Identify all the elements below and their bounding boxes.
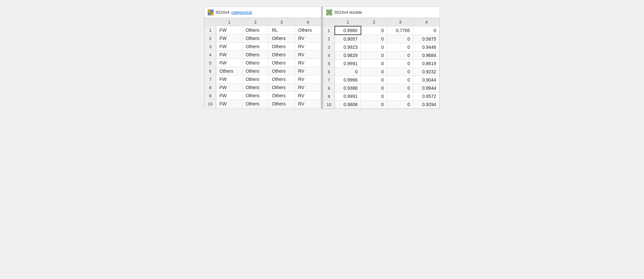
left-cell-1[interactable]: FW <box>216 34 242 43</box>
right-row-num: 2 <box>323 35 335 43</box>
right-cell-1[interactable]: 0.9923 <box>335 43 361 51</box>
right-panel: 3024x4 double 1 2 3 4 1 0.9960 0 0.7765 … <box>323 7 440 109</box>
double-icon <box>326 9 332 15</box>
left-cell-2[interactable]: Others <box>242 75 269 84</box>
left-table-row: 4 FW Others Others RV <box>204 51 321 59</box>
right-cell-2[interactable]: 0 <box>361 43 387 51</box>
left-cell-3[interactable]: Others <box>269 34 295 43</box>
left-row-num: 5 <box>204 59 216 67</box>
right-cell-3[interactable]: 0 <box>387 84 413 92</box>
left-cell-2[interactable]: Others <box>242 51 269 59</box>
right-cell-1[interactable]: 0.9808 <box>335 101 361 109</box>
left-cell-3[interactable]: Others <box>269 67 295 75</box>
right-cell-3[interactable]: 0 <box>387 60 413 68</box>
right-cell-2[interactable]: 0 <box>361 84 387 92</box>
left-cell-1[interactable]: FW <box>216 59 242 67</box>
left-cell-1[interactable]: FW <box>216 51 242 59</box>
right-cell-1[interactable]: 0.9386 <box>335 84 361 92</box>
left-cell-2[interactable]: Others <box>242 100 269 108</box>
right-cell-2[interactable]: 0 <box>361 68 387 76</box>
right-cell-1[interactable]: 0.9991 <box>335 60 361 68</box>
right-cell-3[interactable]: 0 <box>387 76 413 84</box>
left-cell-3[interactable]: Others <box>269 92 295 100</box>
right-cell-2[interactable]: 0 <box>361 51 387 60</box>
right-col-header-4: 4 <box>413 18 440 27</box>
right-row-num: 9 <box>323 92 335 101</box>
left-cell-4[interactable]: RV <box>295 75 321 84</box>
right-cell-2[interactable]: 0 <box>361 101 387 109</box>
left-cell-2[interactable]: Others <box>242 84 269 92</box>
left-cell-4[interactable]: RV <box>295 84 321 92</box>
right-cell-1[interactable]: 0.9991 <box>335 92 361 101</box>
left-cell-4[interactable]: Others <box>295 26 321 34</box>
left-cell-1[interactable]: FW <box>216 100 242 108</box>
right-cell-4[interactable]: 0 <box>413 26 440 35</box>
right-cell-3[interactable]: 0 <box>387 68 413 76</box>
right-cell-4[interactable]: 0.9572 <box>413 92 440 101</box>
left-cell-2[interactable]: Others <box>242 67 269 75</box>
right-cell-2[interactable]: 0 <box>361 26 387 35</box>
right-cell-4[interactable]: 0.9944 <box>413 84 440 92</box>
right-cell-1[interactable]: 0.9966 <box>335 76 361 84</box>
left-cell-4[interactable]: RV <box>295 92 321 100</box>
right-cell-1[interactable]: 0.9829 <box>335 51 361 60</box>
left-cell-1[interactable]: Others <box>216 67 242 75</box>
right-cell-2[interactable]: 0 <box>361 76 387 84</box>
right-cell-1[interactable]: 0.9960 <box>335 26 361 35</box>
right-row-num: 8 <box>323 84 335 92</box>
left-cell-1[interactable]: FW <box>216 43 242 51</box>
left-cell-3[interactable]: Others <box>269 43 295 51</box>
left-cell-2[interactable]: Others <box>242 92 269 100</box>
right-cell-1[interactable]: 0.9057 <box>335 35 361 43</box>
left-cell-2[interactable]: Others <box>242 34 269 43</box>
right-cell-2[interactable]: 0 <box>361 92 387 101</box>
left-row-num: 8 <box>204 84 216 92</box>
left-panel-link[interactable]: categorical <box>231 10 252 15</box>
left-cell-3[interactable]: Others <box>269 84 295 92</box>
left-cell-4[interactable]: RV <box>295 59 321 67</box>
left-table-row: 2 FW Others Others RV <box>204 34 321 43</box>
left-cell-3[interactable]: Others <box>269 75 295 84</box>
right-cell-4[interactable]: 0.9684 <box>413 51 440 60</box>
left-cell-4[interactable]: RV <box>295 34 321 43</box>
left-cell-4[interactable]: RV <box>295 43 321 51</box>
left-col-header-2: 2 <box>242 18 269 26</box>
svg-rect-14 <box>330 9 332 11</box>
right-row-num: 6 <box>323 68 335 76</box>
right-cell-3[interactable]: 0 <box>387 51 413 60</box>
right-table-row: 4 0.9829 0 0 0.9684 <box>323 51 440 60</box>
right-cell-4[interactable]: 0.8619 <box>413 60 440 68</box>
left-cell-1[interactable]: FW <box>216 92 242 100</box>
left-cell-1[interactable]: FW <box>216 26 242 34</box>
left-cell-4[interactable]: RV <box>295 67 321 75</box>
right-cell-3[interactable]: 0 <box>387 43 413 51</box>
left-cell-4[interactable]: RV <box>295 100 321 108</box>
left-cell-2[interactable]: Others <box>242 26 269 34</box>
right-cell-3[interactable]: 0 <box>387 92 413 101</box>
right-cell-3[interactable]: 0 <box>387 35 413 43</box>
right-cell-4[interactable]: 0.9232 <box>413 68 440 76</box>
svg-rect-15 <box>328 11 330 13</box>
left-cell-2[interactable]: Others <box>242 59 269 67</box>
left-cell-1[interactable]: FW <box>216 84 242 92</box>
right-cell-4[interactable]: 0.9446 <box>413 43 440 51</box>
left-cell-3[interactable]: Others <box>269 59 295 67</box>
left-row-num: 3 <box>204 43 216 51</box>
right-cell-4[interactable]: 0.9294 <box>413 101 440 109</box>
right-cell-3[interactable]: 0 <box>387 101 413 109</box>
left-cell-3[interactable]: RL <box>269 26 295 34</box>
right-cell-4[interactable]: 0.9044 <box>413 76 440 84</box>
left-cell-1[interactable]: FW <box>216 75 242 84</box>
left-panel: 3024x4 categorical 1 2 3 4 1 FW Others R… <box>204 7 321 109</box>
right-row-num: 4 <box>323 51 335 60</box>
right-cell-2[interactable]: 0 <box>361 60 387 68</box>
left-row-num: 4 <box>204 51 216 59</box>
right-cell-4[interactable]: 0.5875 <box>413 35 440 43</box>
left-cell-3[interactable]: Others <box>269 51 295 59</box>
right-cell-2[interactable]: 0 <box>361 35 387 43</box>
left-cell-3[interactable]: Others <box>269 100 295 108</box>
right-cell-3[interactable]: 0.7765 <box>387 26 413 35</box>
left-cell-2[interactable]: Others <box>242 43 269 51</box>
right-cell-1[interactable]: 0 <box>335 68 361 76</box>
left-cell-4[interactable]: RV <box>295 51 321 59</box>
